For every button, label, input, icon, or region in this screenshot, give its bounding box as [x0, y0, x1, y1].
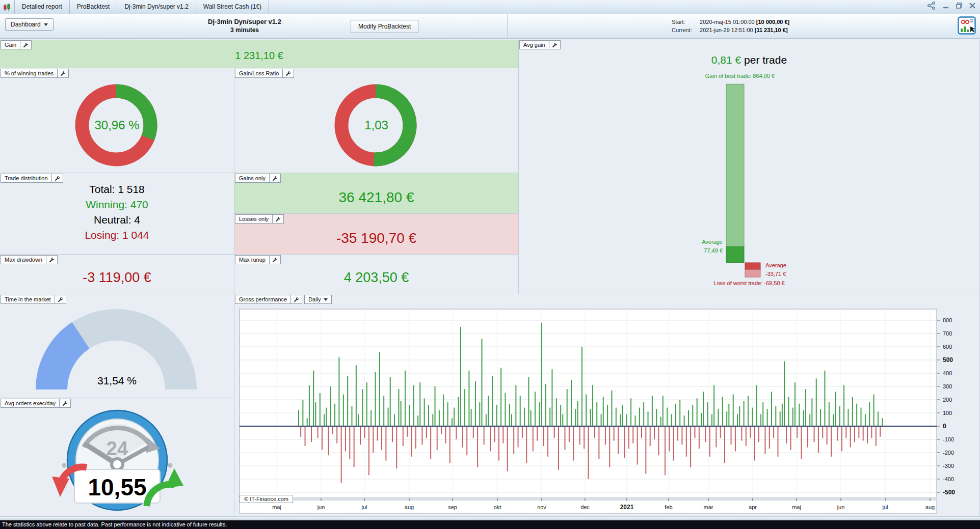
- ratio-value: 1,03: [234, 118, 518, 132]
- gain-value: 1 231,10 €: [0, 50, 518, 62]
- panel-gross-performance: Gross performance Daily 8007006005004003…: [234, 294, 980, 517]
- trade-distribution-wrench-icon[interactable]: [51, 174, 63, 183]
- dashboard-window: Detailed report ProBacktest Dj-3min Dyn/…: [0, 0, 980, 529]
- worst-trade-label: Loss of worst trade: -69,50 €: [647, 280, 851, 287]
- avg-gain-label: Avg gain: [519, 40, 549, 49]
- avg-gain-bar-value: 77,49 €: [621, 247, 723, 255]
- svg-text:feb: feb: [665, 504, 672, 510]
- period-select-value: Daily: [308, 296, 321, 302]
- svg-text:400: 400: [943, 370, 952, 376]
- clock-24-text: 24: [107, 438, 128, 459]
- tab-detailed-report[interactable]: Detailed report: [14, 0, 70, 14]
- ratio-settings-wrench-icon[interactable]: [282, 69, 294, 78]
- svg-text:600: 600: [943, 344, 952, 350]
- panel-max-drawdown: Max drawdown -3 119,00 €: [0, 255, 234, 294]
- start-datetime: 2020-maj-15 01:00:00: [700, 19, 755, 25]
- trade-neutral: Neutral: 4: [0, 214, 234, 226]
- max-drawdown-wrench-icon[interactable]: [46, 255, 58, 264]
- svg-text:jul: jul: [361, 504, 367, 510]
- header-divider: [507, 14, 508, 38]
- svg-text:100: 100: [943, 410, 952, 416]
- max-runup-value: 4 203,50 €: [234, 270, 518, 286]
- svg-text:mar: mar: [704, 504, 713, 510]
- panel-gain: Gain 1 231,10 €: [0, 40, 519, 68]
- gross-performance-wrench-icon[interactable]: [290, 295, 302, 304]
- max-drawdown-value: -3 119,00 €: [0, 270, 234, 286]
- gross-performance-label: Gross performance: [235, 295, 291, 304]
- svg-text:maj: maj: [792, 504, 801, 510]
- svg-text:300: 300: [943, 383, 952, 389]
- current-amount: [11 231,10 €]: [755, 27, 788, 33]
- restore-icon[interactable]: [956, 2, 963, 9]
- chevron-down-icon: [324, 298, 328, 301]
- panel-losses-only: Losses only -35 190,70 €: [234, 214, 519, 255]
- disclaimer-bar: The statistics above relate to past data…: [0, 520, 980, 529]
- time-in-market-wrench-icon[interactable]: [55, 295, 66, 304]
- trade-losing: Losing: 1 044: [0, 229, 234, 241]
- current-row: Current: 2021-jun-29 12:51:00 [11 231,10…: [672, 26, 789, 34]
- panel-gain-loss-ratio: Gain/Loss Ratio 1,03: [234, 68, 519, 173]
- minimize-icon[interactable]: [942, 2, 949, 9]
- candlestick-logo-icon: [0, 0, 14, 14]
- svg-text:500: 500: [943, 356, 953, 364]
- panel-time-in-market: Time in the market 31,54 %: [0, 294, 234, 398]
- panel-max-runup: Max runup 4 203,50 €: [234, 255, 519, 294]
- current-datetime: 2021-jun-29 12:51:00: [700, 27, 753, 33]
- gains-only-value: 36 421,80 €: [234, 189, 518, 206]
- share-icon[interactable]: [927, 2, 936, 10]
- gain-settings-wrench-icon[interactable]: [20, 40, 32, 49]
- trade-winning: Winning: 470: [0, 199, 234, 211]
- current-label: Current:: [672, 26, 698, 34]
- tab-probacktest[interactable]: ProBacktest: [70, 0, 118, 14]
- trade-distribution-label: Trade distribution: [1, 174, 52, 183]
- strategy-timeframe: 3 minutes: [143, 26, 347, 35]
- avg-loss-bar-label: Average: [765, 262, 786, 269]
- modify-probacktest-button[interactable]: Modify ProBacktest: [351, 20, 418, 33]
- avg-gain-bar-chart: [519, 40, 980, 294]
- gross-performance-chart: 8007006005004003002001000-100-200-300-40…: [234, 294, 980, 517]
- winning-panel-label: % of winning trades: [1, 69, 58, 78]
- svg-text:-400: -400: [943, 476, 954, 482]
- avg-loss-bar-value: -33,71 €: [765, 270, 786, 278]
- gains-only-label: Gains only: [235, 174, 270, 183]
- avg-orders-value: 10,55: [88, 474, 146, 500]
- strategy-name: Dj-3min Dyn/super v1.2: [143, 17, 347, 26]
- ratio-panel-label: Gain/Loss Ratio: [235, 69, 283, 78]
- panel-winning-trades: % of winning trades 30,96 %: [0, 68, 234, 173]
- time-in-market-label: Time in the market: [1, 295, 55, 304]
- report-app-icon[interactable]: [958, 16, 976, 35]
- avg-orders-wrench-icon[interactable]: [59, 399, 71, 408]
- tab-instrument[interactable]: Wall Street Cash (1€): [196, 0, 269, 14]
- start-amount: [10 000,00 €]: [756, 19, 789, 25]
- trade-total: Total: 1 518: [0, 183, 234, 196]
- start-label: Start:: [672, 18, 698, 26]
- max-runup-wrench-icon[interactable]: [269, 255, 281, 264]
- period-select[interactable]: Daily: [304, 295, 331, 304]
- svg-text:800: 800: [943, 317, 952, 323]
- avg-gain-wrench-icon[interactable]: [549, 40, 561, 49]
- svg-text:2021: 2021: [620, 504, 634, 511]
- chevron-down-icon: [44, 23, 48, 26]
- svg-text:jul: jul: [882, 504, 888, 510]
- copyright-label: © IT-Finance.com: [240, 495, 293, 503]
- avg-orders-label: Avg orders exec/day: [1, 399, 60, 408]
- dashboard-dropdown[interactable]: Dashboard: [5, 18, 54, 31]
- winning-settings-wrench-icon[interactable]: [57, 69, 69, 78]
- losses-only-wrench-icon[interactable]: [272, 214, 284, 224]
- tab-bar: Detailed report ProBacktest Dj-3min Dyn/…: [0, 0, 980, 14]
- svg-text:nov: nov: [537, 504, 546, 510]
- avg-orders-clock-icon: 24 10,55: [0, 398, 234, 517]
- svg-text:aug: aug: [405, 504, 414, 510]
- dashboard-dropdown-label: Dashboard: [11, 21, 41, 28]
- winning-pct-value: 30,96 %: [0, 118, 234, 132]
- time-in-market-value: 31,54 %: [0, 375, 234, 387]
- svg-text:-300: -300: [943, 463, 954, 469]
- gains-only-wrench-icon[interactable]: [269, 174, 281, 183]
- svg-text:jun: jun: [317, 504, 325, 510]
- close-icon[interactable]: [969, 2, 976, 9]
- backtest-range: Start: 2020-maj-15 01:00:00 [10 000,00 €…: [672, 18, 789, 34]
- tab-strategy[interactable]: Dj-3min Dyn/super v1.2: [117, 0, 196, 14]
- window-controls: [927, 2, 976, 10]
- panel-gains-only: Gains only 36 421,80 €: [234, 173, 519, 214]
- svg-text:0: 0: [943, 423, 946, 430]
